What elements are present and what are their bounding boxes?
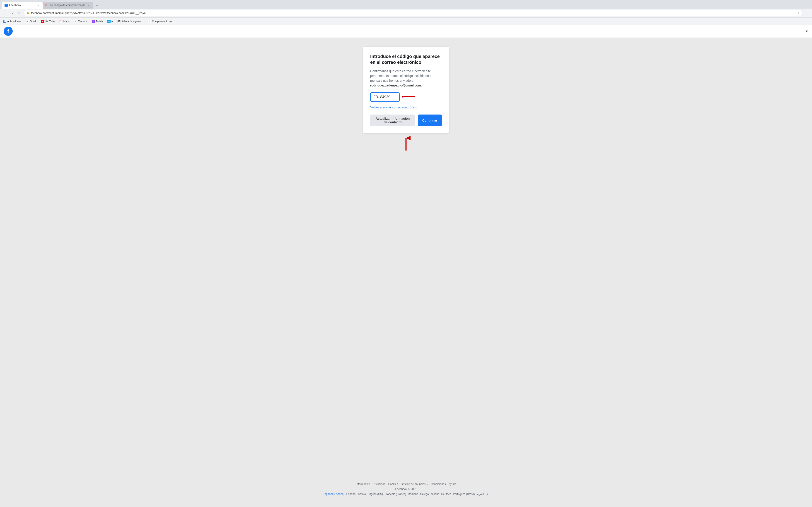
lang-ro[interactable]: Română: [408, 493, 418, 496]
lang-it[interactable]: Italiano: [431, 493, 440, 496]
apps-icon: [3, 20, 6, 23]
lang-fr[interactable]: Français (France): [385, 493, 406, 496]
n-icon: N: [107, 20, 111, 23]
gmail-icon: M: [26, 20, 29, 23]
tab-favicon-gmail: M: [45, 4, 48, 7]
twitch-icon: t: [92, 20, 95, 23]
tab-favicon-facebook: f: [5, 4, 8, 7]
tab-title-facebook: Facebook: [9, 4, 35, 7]
tab-title-gmail: Tu código de confirmación de: [50, 4, 86, 7]
bookmark-label-achicar: Achicar Imágenes...: [121, 20, 143, 23]
footer-link-info[interactable]: Información: [356, 483, 370, 486]
code-input-row: [370, 92, 442, 102]
bookmark-label-gmail: Gmail: [30, 20, 37, 23]
card-desc-text: Confirmanos que este correo electrónico …: [370, 69, 432, 82]
bookmarks-bar: Aplicaciones M Gmail ▶ YouTube 📍 Maps T …: [0, 18, 812, 25]
card-desc-end: .: [421, 83, 422, 87]
footer-link-help[interactable]: Ayuda: [449, 483, 456, 486]
translate-icon: T: [74, 20, 77, 23]
lang-en-us[interactable]: English (US): [368, 493, 383, 496]
footer: Información Privacidad Cookies Gestión d…: [5, 478, 807, 498]
bookmark-aplicaciones[interactable]: Aplicaciones: [2, 19, 23, 23]
lang-gl[interactable]: Galego: [420, 493, 429, 496]
continue-button[interactable]: Continuar: [418, 115, 442, 126]
lang-ar[interactable]: العربية: [476, 493, 484, 496]
card-description: Confirmanos que este correo electrónico …: [370, 69, 442, 88]
facebook-header: f ▼: [0, 25, 812, 38]
bookmark-label-translate: Traducir: [78, 20, 87, 23]
bookmark-n[interactable]: N n: [106, 19, 114, 23]
up-arrow-svg: [401, 136, 411, 152]
forward-button[interactable]: ›: [9, 10, 15, 16]
tab-gmail[interactable]: M Tu código de confirmación de ×: [43, 2, 93, 9]
bookmark-star-icon[interactable]: ☆: [797, 11, 800, 15]
lock-icon: 🔒: [27, 11, 30, 14]
bookmark-youtube[interactable]: ▶ YouTube: [40, 19, 56, 23]
bookmark-label-n: n: [111, 20, 113, 23]
lang-ca[interactable]: Català: [358, 493, 366, 496]
lang-es[interactable]: Español: [346, 493, 356, 496]
browser-chrome: f Facebook × M Tu código de confirmación…: [0, 0, 812, 25]
bookmark-label-youtube: YouTube: [45, 20, 55, 23]
page: f ▼ Introduce el código que aparece en e…: [0, 25, 812, 507]
footer-languages: Español (España) Español Català English …: [323, 493, 489, 496]
bookmark-label-maps: Maps: [63, 20, 69, 23]
tab-close-facebook[interactable]: ×: [36, 3, 40, 7]
bookmark-translate[interactable]: T Traducir: [73, 19, 89, 23]
compressor-icon: C: [148, 20, 151, 23]
tab-bar: f Facebook × M Tu código de confirmación…: [0, 0, 812, 9]
achicar-icon: 🖼: [117, 20, 120, 23]
confirm-email-card: Introduce el código que aparece en el co…: [363, 47, 449, 133]
bookmark-label-compressor: Compressor.io - o...: [152, 20, 174, 23]
bookmark-gmail[interactable]: M Gmail: [24, 19, 38, 23]
back-button[interactable]: ‹: [2, 10, 8, 16]
bookmark-maps[interactable]: 📍 Maps: [58, 19, 71, 23]
bookmark-compressor[interactable]: C Compressor.io - o...: [147, 19, 175, 23]
header-right: ▼: [805, 29, 808, 33]
lang-de[interactable]: Deutsch: [441, 493, 451, 496]
bookmark-label-twitch: Twitch: [96, 20, 103, 23]
footer-copyright: Facebook © 2021: [395, 488, 417, 491]
code-input[interactable]: [370, 92, 400, 102]
footer-link-conditions[interactable]: Condiciones: [431, 483, 446, 486]
lang-pt-br[interactable]: Português (Brasil): [453, 493, 475, 496]
resend-email-link[interactable]: Volver a enviar correo electrónico: [370, 106, 442, 109]
bookmark-achicar[interactable]: 🖼 Achicar Imágenes...: [116, 19, 145, 23]
tab-close-gmail[interactable]: ×: [87, 3, 90, 7]
card-actions: Actualizar información de contacto Conti…: [370, 115, 442, 126]
ads-icon: ▷: [426, 483, 428, 486]
up-arrow-annotation: [401, 136, 411, 152]
footer-links: Información Privacidad Cookies Gestión d…: [356, 483, 456, 486]
code-input-wrap: [370, 92, 400, 102]
footer-link-ads[interactable]: Gestión de anuncios ▷: [401, 483, 428, 486]
address-bar[interactable]: 🔒 facebook.com/confirmemail.php?next=htt…: [23, 10, 803, 16]
lang-es-spain[interactable]: Español (España): [323, 493, 344, 496]
card-title: Introduce el código que aparece en el co…: [370, 53, 442, 65]
update-contact-button[interactable]: Actualizar información de contacto: [370, 115, 415, 126]
tab-facebook[interactable]: f Facebook ×: [2, 2, 43, 9]
facebook-logo: f: [4, 27, 13, 36]
left-arrow-annotation: [402, 93, 416, 101]
more-languages-button[interactable]: +: [486, 493, 489, 496]
youtube-icon: ▶: [41, 20, 44, 23]
address-text: facebook.com/confirmemail.php?next=https…: [31, 11, 796, 15]
main-content: Introduce el código que aparece en el co…: [0, 38, 812, 507]
refresh-button[interactable]: ↻: [16, 10, 23, 16]
bookmark-twitch[interactable]: t Twitch: [90, 19, 104, 23]
bookmark-label-aplicaciones: Aplicaciones: [7, 20, 21, 23]
card-email: rodriguezgadeapablo@gmail.com: [370, 83, 421, 87]
new-tab-button[interactable]: +: [94, 2, 100, 9]
footer-link-cookies[interactable]: Cookies: [388, 483, 398, 486]
footer-link-privacy[interactable]: Privacidad: [373, 483, 386, 486]
toolbar: ‹ › ↻ 🔒 facebook.com/confirmemail.php?ne…: [0, 9, 812, 18]
fb-logo-letter: f: [7, 28, 9, 35]
header-dropdown-icon[interactable]: ▼: [805, 30, 808, 33]
maps-icon: 📍: [59, 20, 62, 23]
menu-button[interactable]: ⋮: [804, 10, 810, 16]
